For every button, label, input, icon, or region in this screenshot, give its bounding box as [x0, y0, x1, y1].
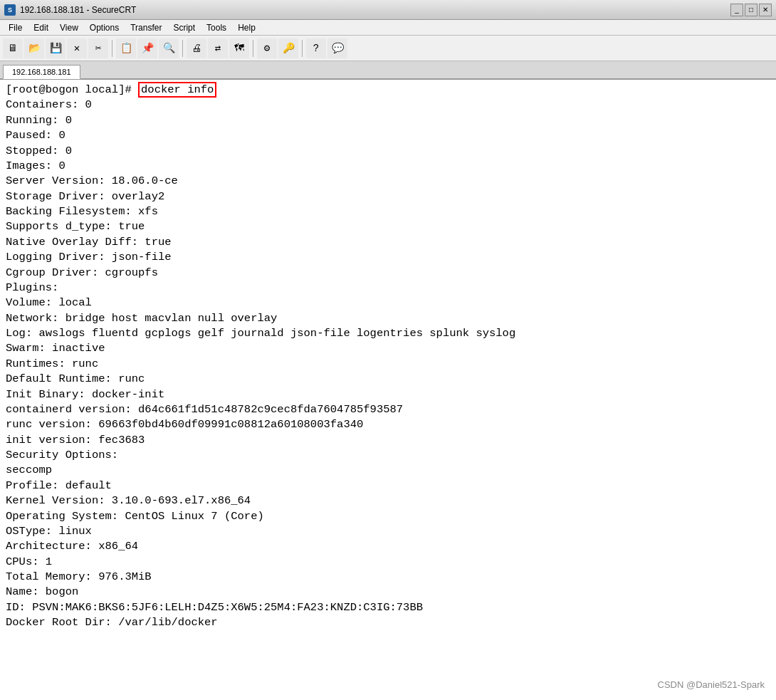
menu-tools[interactable]: Tools [201, 21, 232, 34]
toolbar-save[interactable]: 💾 [46, 38, 65, 58]
output-line-32: Name: bogon [6, 585, 770, 600]
maximize-button[interactable]: □ [745, 4, 757, 16]
output-line-28: OSType: linux [6, 524, 770, 539]
toolbar-separator-4 [302, 40, 303, 57]
toolbar-settings[interactable]: ⚙ [257, 38, 277, 58]
output-line-7: Backing Filesystem: xfs [6, 204, 770, 219]
toolbar-separator-3 [253, 40, 253, 57]
output-line-24: seccomp [6, 463, 770, 478]
output-line-6: Storage Driver: overlay2 [6, 189, 770, 204]
output-line-16: Swarm: inactive [6, 341, 770, 356]
toolbar-new[interactable]: 🖥 [3, 38, 23, 58]
output-line-17: Runtimes: runc [6, 357, 770, 372]
session-tab[interactable]: 192.168.188.181 [3, 65, 80, 79]
output-line-1: Running: 0 [6, 113, 770, 128]
title-bar: S 192.168.188.181 - SecureCRT _ □ ✕ [0, 0, 776, 20]
output-line-26: Kernel Version: 3.10.0-693.el7.x86_64 [6, 493, 770, 508]
output-line-31: Total Memory: 976.3MiB [6, 570, 770, 585]
toolbar: 🖥 📂 💾 ✕ ✂ 📋 📌 🔍 🖨 ⇄ 🗺 ⚙ 🔑 ? 💬 [0, 36, 776, 61]
menu-edit[interactable]: Edit [28, 21, 54, 34]
toolbar-close[interactable]: ✕ [67, 38, 87, 58]
output-line-9: Native Overlay Diff: true [6, 235, 770, 250]
output-line-14: Network: bridge host macvlan null overla… [6, 311, 770, 326]
output-line-21: runc version: 69663f0bd4b60df09991c08812… [6, 417, 770, 432]
toolbar-open[interactable]: 📂 [24, 38, 44, 58]
minimize-button[interactable]: _ [730, 4, 743, 16]
output-line-27: Operating System: CentOS Linux 7 (Core) [6, 509, 770, 524]
menu-bar: File Edit View Options Transfer Script T… [0, 20, 776, 36]
toolbar-find[interactable]: 🔍 [159, 38, 179, 58]
output-line-4: Images: 0 [6, 159, 770, 174]
terminal-area[interactable]: [root@bogon local]# docker info Containe… [0, 80, 776, 700]
tab-bar: 192.168.188.181 [0, 61, 776, 80]
output-line-23: Security Options: [6, 448, 770, 463]
prompt-line: [root@bogon local]# docker info [6, 83, 770, 98]
output-line-15: Log: awslogs fluentd gcplogs gelf journa… [6, 326, 770, 341]
app-icon: S [4, 4, 16, 16]
toolbar-key[interactable]: 🔑 [278, 38, 298, 58]
menu-file[interactable]: File [3, 21, 28, 34]
window-title: 192.168.188.181 - SecureCRT [20, 5, 726, 15]
output-line-29: Architecture: x86_64 [6, 539, 770, 554]
command-highlight: docker info [138, 82, 216, 98]
output-line-34: Docker Root Dir: /var/lib/docker [6, 615, 770, 630]
output-line-12: Plugins: [6, 281, 770, 296]
menu-view[interactable]: View [54, 21, 84, 34]
toolbar-paste[interactable]: 📌 [137, 38, 157, 58]
toolbar-map[interactable]: 🗺 [229, 38, 249, 58]
output-line-0: Containers: 0 [6, 98, 770, 113]
output-line-11: Cgroup Driver: cgroupfs [6, 266, 770, 281]
output-line-25: Profile: default [6, 479, 770, 493]
output-line-10: Logging Driver: json-file [6, 250, 770, 265]
output-line-5: Server Version: 18.06.0-ce [6, 174, 770, 189]
menu-transfer[interactable]: Transfer [125, 21, 167, 34]
output-line-2: Paused: 0 [6, 128, 770, 143]
toolbar-help[interactable]: ? [306, 38, 326, 58]
output-line-13: Volume: local [6, 296, 770, 310]
output-line-30: CPUs: 1 [6, 555, 770, 570]
output-line-33: ID: PSVN:MAK6:BKS6:5JF6:LELH:D4Z5:X6W5:2… [6, 600, 770, 615]
toolbar-print[interactable]: 🖨 [187, 38, 206, 58]
output-line-18: Default Runtime: runc [6, 372, 770, 387]
menu-script[interactable]: Script [167, 21, 201, 34]
close-button[interactable]: ✕ [759, 4, 772, 16]
output-line-3: Stopped: 0 [6, 144, 770, 159]
menu-help[interactable]: Help [232, 21, 261, 34]
menu-options[interactable]: Options [84, 21, 125, 34]
toolbar-sftp[interactable]: ⇄ [208, 38, 228, 58]
toolbar-separator-2 [182, 40, 183, 57]
window-controls: _ □ ✕ [730, 4, 772, 16]
prompt-text: [root@bogon local]# [6, 83, 132, 96]
toolbar-cut[interactable]: ✂ [88, 38, 108, 58]
output-line-19: Init Binary: docker-init [6, 387, 770, 402]
toolbar-copy[interactable]: 📋 [116, 38, 136, 58]
output-line-8: Supports d_type: true [6, 219, 770, 234]
output-line-22: init version: fec3683 [6, 433, 770, 448]
toolbar-separator-1 [112, 40, 112, 57]
output-line-20: containerd version: d64c661f1d51c48782c9… [6, 402, 770, 417]
toolbar-chat[interactable]: 💬 [327, 38, 347, 58]
watermark: CSDN @Daniel521-Spark [658, 679, 765, 691]
